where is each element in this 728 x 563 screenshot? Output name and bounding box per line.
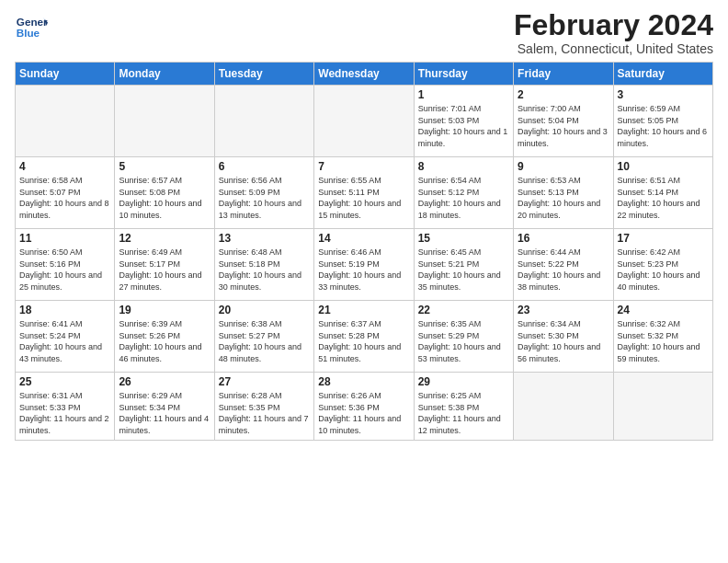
day-info: Sunrise: 6:56 AM Sunset: 5:09 PM Dayligh… bbox=[219, 175, 310, 221]
table-row: 3Sunrise: 6:59 AM Sunset: 5:05 PM Daylig… bbox=[613, 86, 712, 157]
day-info: Sunrise: 6:32 AM Sunset: 5:32 PM Dayligh… bbox=[618, 318, 709, 364]
day-info: Sunrise: 6:49 AM Sunset: 5:17 PM Dayligh… bbox=[119, 247, 210, 293]
day-number: 18 bbox=[19, 304, 110, 316]
day-info: Sunrise: 6:51 AM Sunset: 5:14 PM Dayligh… bbox=[618, 175, 709, 221]
table-row: 2Sunrise: 7:00 AM Sunset: 5:04 PM Daylig… bbox=[514, 86, 613, 157]
table-row: 7Sunrise: 6:55 AM Sunset: 5:11 PM Daylig… bbox=[314, 157, 414, 229]
day-info: Sunrise: 6:48 AM Sunset: 5:18 PM Dayligh… bbox=[219, 247, 310, 293]
day-info: Sunrise: 6:25 AM Sunset: 5:38 PM Dayligh… bbox=[418, 390, 509, 436]
table-row bbox=[214, 86, 313, 157]
day-info: Sunrise: 6:34 AM Sunset: 5:30 PM Dayligh… bbox=[518, 318, 609, 364]
page: General Blue February 2024 Salem, Connec… bbox=[0, 0, 728, 563]
day-info: Sunrise: 6:50 AM Sunset: 5:16 PM Dayligh… bbox=[19, 247, 110, 293]
table-row: 14Sunrise: 6:46 AM Sunset: 5:19 PM Dayli… bbox=[314, 229, 414, 301]
day-number: 22 bbox=[418, 304, 509, 316]
day-info: Sunrise: 6:35 AM Sunset: 5:29 PM Dayligh… bbox=[418, 318, 509, 364]
day-number: 3 bbox=[618, 88, 709, 101]
table-row bbox=[613, 373, 712, 440]
day-info: Sunrise: 7:01 AM Sunset: 5:03 PM Dayligh… bbox=[418, 103, 509, 149]
day-info: Sunrise: 6:57 AM Sunset: 5:08 PM Dayligh… bbox=[119, 175, 210, 221]
day-number: 19 bbox=[119, 304, 210, 316]
table-row: 5Sunrise: 6:57 AM Sunset: 5:08 PM Daylig… bbox=[115, 157, 214, 229]
day-info: Sunrise: 6:45 AM Sunset: 5:21 PM Dayligh… bbox=[418, 247, 509, 293]
table-row: 11Sunrise: 6:50 AM Sunset: 5:16 PM Dayli… bbox=[16, 229, 115, 301]
calendar-table: Sunday Monday Tuesday Wednesday Thursday… bbox=[15, 62, 713, 440]
day-number: 15 bbox=[418, 232, 509, 245]
header-monday: Monday bbox=[115, 63, 214, 86]
table-row: 25Sunrise: 6:31 AM Sunset: 5:33 PM Dayli… bbox=[16, 373, 115, 440]
table-row: 16Sunrise: 6:44 AM Sunset: 5:22 PM Dayli… bbox=[514, 229, 613, 301]
table-row: 21Sunrise: 6:37 AM Sunset: 5:28 PM Dayli… bbox=[314, 301, 414, 373]
day-info: Sunrise: 6:46 AM Sunset: 5:19 PM Dayligh… bbox=[318, 247, 409, 293]
day-number: 14 bbox=[318, 232, 409, 245]
table-row: 22Sunrise: 6:35 AM Sunset: 5:29 PM Dayli… bbox=[414, 301, 513, 373]
day-number: 7 bbox=[318, 160, 409, 173]
day-number: 20 bbox=[219, 304, 310, 316]
day-info: Sunrise: 6:53 AM Sunset: 5:13 PM Dayligh… bbox=[518, 175, 609, 221]
day-info: Sunrise: 6:44 AM Sunset: 5:22 PM Dayligh… bbox=[518, 247, 609, 293]
day-number: 9 bbox=[518, 160, 609, 173]
day-number: 29 bbox=[418, 375, 509, 388]
day-info: Sunrise: 6:39 AM Sunset: 5:26 PM Dayligh… bbox=[119, 318, 210, 364]
day-info: Sunrise: 6:55 AM Sunset: 5:11 PM Dayligh… bbox=[318, 175, 409, 221]
day-number: 17 bbox=[618, 232, 709, 245]
table-row: 23Sunrise: 6:34 AM Sunset: 5:30 PM Dayli… bbox=[514, 301, 613, 373]
weekday-header-row: Sunday Monday Tuesday Wednesday Thursday… bbox=[16, 63, 713, 86]
table-row bbox=[115, 86, 214, 157]
title-area: February 2024 Salem, Connecticut, United… bbox=[514, 9, 713, 56]
day-number: 10 bbox=[618, 160, 709, 173]
header-sunday: Sunday bbox=[16, 63, 115, 86]
table-row: 15Sunrise: 6:45 AM Sunset: 5:21 PM Dayli… bbox=[414, 229, 513, 301]
day-number: 23 bbox=[518, 304, 609, 316]
day-number: 5 bbox=[119, 160, 210, 173]
svg-text:Blue: Blue bbox=[17, 27, 40, 39]
day-info: Sunrise: 7:00 AM Sunset: 5:04 PM Dayligh… bbox=[518, 103, 609, 149]
table-row: 24Sunrise: 6:32 AM Sunset: 5:32 PM Dayli… bbox=[613, 301, 712, 373]
table-row: 10Sunrise: 6:51 AM Sunset: 5:14 PM Dayli… bbox=[613, 157, 712, 229]
day-number: 26 bbox=[119, 375, 210, 388]
day-info: Sunrise: 6:38 AM Sunset: 5:27 PM Dayligh… bbox=[219, 318, 310, 364]
day-number: 13 bbox=[219, 232, 310, 245]
table-row: 26Sunrise: 6:29 AM Sunset: 5:34 PM Dayli… bbox=[115, 373, 214, 440]
day-info: Sunrise: 6:26 AM Sunset: 5:36 PM Dayligh… bbox=[318, 390, 409, 436]
header-friday: Friday bbox=[514, 63, 613, 86]
table-row: 1Sunrise: 7:01 AM Sunset: 5:03 PM Daylig… bbox=[414, 86, 513, 157]
table-row: 28Sunrise: 6:26 AM Sunset: 5:36 PM Dayli… bbox=[314, 373, 414, 440]
day-number: 25 bbox=[19, 375, 110, 388]
day-info: Sunrise: 6:37 AM Sunset: 5:28 PM Dayligh… bbox=[318, 318, 409, 364]
table-row bbox=[16, 86, 115, 157]
day-info: Sunrise: 6:28 AM Sunset: 5:35 PM Dayligh… bbox=[219, 390, 310, 436]
table-row: 9Sunrise: 6:53 AM Sunset: 5:13 PM Daylig… bbox=[514, 157, 613, 229]
header-tuesday: Tuesday bbox=[214, 63, 313, 86]
header-saturday: Saturday bbox=[613, 63, 712, 86]
table-row: 17Sunrise: 6:42 AM Sunset: 5:23 PM Dayli… bbox=[613, 229, 712, 301]
table-row bbox=[514, 373, 613, 440]
header-thursday: Thursday bbox=[414, 63, 513, 86]
month-title: February 2024 bbox=[514, 9, 713, 41]
table-row bbox=[314, 86, 414, 157]
day-number: 21 bbox=[318, 304, 409, 316]
table-row: 19Sunrise: 6:39 AM Sunset: 5:26 PM Dayli… bbox=[115, 301, 214, 373]
table-row: 20Sunrise: 6:38 AM Sunset: 5:27 PM Dayli… bbox=[214, 301, 313, 373]
header: General Blue February 2024 Salem, Connec… bbox=[15, 9, 713, 56]
table-row: 29Sunrise: 6:25 AM Sunset: 5:38 PM Dayli… bbox=[414, 373, 513, 440]
day-number: 4 bbox=[19, 160, 110, 173]
table-row: 8Sunrise: 6:54 AM Sunset: 5:12 PM Daylig… bbox=[414, 157, 513, 229]
day-info: Sunrise: 6:29 AM Sunset: 5:34 PM Dayligh… bbox=[119, 390, 210, 436]
table-row: 12Sunrise: 6:49 AM Sunset: 5:17 PM Dayli… bbox=[115, 229, 214, 301]
day-number: 24 bbox=[618, 304, 709, 316]
table-row: 27Sunrise: 6:28 AM Sunset: 5:35 PM Dayli… bbox=[214, 373, 313, 440]
location: Salem, Connecticut, United States bbox=[514, 41, 713, 56]
table-row: 4Sunrise: 6:58 AM Sunset: 5:07 PM Daylig… bbox=[16, 157, 115, 229]
table-row: 13Sunrise: 6:48 AM Sunset: 5:18 PM Dayli… bbox=[214, 229, 313, 301]
day-number: 27 bbox=[219, 375, 310, 388]
day-number: 16 bbox=[518, 232, 609, 245]
day-info: Sunrise: 6:58 AM Sunset: 5:07 PM Dayligh… bbox=[19, 175, 110, 221]
header-wednesday: Wednesday bbox=[314, 63, 414, 86]
day-info: Sunrise: 6:54 AM Sunset: 5:12 PM Dayligh… bbox=[418, 175, 509, 221]
day-number: 11 bbox=[19, 232, 110, 245]
day-info: Sunrise: 6:31 AM Sunset: 5:33 PM Dayligh… bbox=[19, 390, 110, 436]
table-row: 18Sunrise: 6:41 AM Sunset: 5:24 PM Dayli… bbox=[16, 301, 115, 373]
day-info: Sunrise: 6:59 AM Sunset: 5:05 PM Dayligh… bbox=[618, 103, 709, 149]
table-row: 6Sunrise: 6:56 AM Sunset: 5:09 PM Daylig… bbox=[214, 157, 313, 229]
